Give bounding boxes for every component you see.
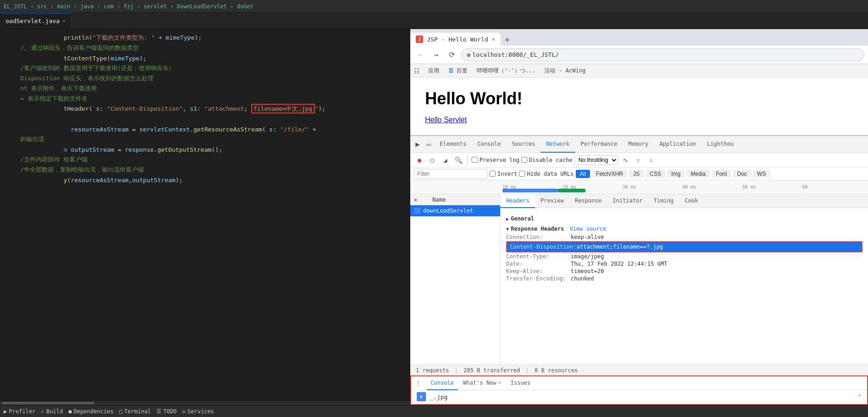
dependencies-label: Dependencies (74, 408, 114, 415)
response-headers-section-title[interactable]: ▼ Response Headers View source (506, 226, 862, 232)
tab-console[interactable]: Console (472, 136, 507, 153)
services-item[interactable]: ◇ Services (182, 408, 214, 415)
request-tabs-row: Headers Preview Response Initiator Timin… (501, 194, 868, 208)
favicon-icon: J (416, 36, 423, 43)
services-label: Services (188, 408, 214, 415)
request-name: downLoadServlet (423, 208, 473, 214)
drawer-console-label: Console (431, 380, 454, 386)
invert-label: Invert (497, 171, 517, 177)
filter-img-button[interactable]: Img (667, 170, 685, 178)
tab-preview[interactable]: Preview (535, 194, 570, 208)
tab-sources[interactable]: Sources (506, 136, 541, 153)
code-line: y(resourceAsStream,outputStream); (0, 175, 410, 185)
profiler-item[interactable]: ▶ Profiler (4, 408, 35, 415)
tab-performance[interactable]: Performance (575, 136, 623, 153)
filter-input[interactable] (414, 169, 488, 179)
tab-elements[interactable]: Elements (434, 136, 472, 153)
filter-js-button[interactable]: JS (629, 170, 644, 178)
disable-cache-checkbox[interactable] (521, 157, 527, 163)
hide-data-urls-checkbox-label[interactable]: Hide data URLs (519, 171, 573, 177)
tab-response[interactable]: Response (569, 194, 607, 208)
new-tab-button[interactable]: + (501, 33, 514, 46)
tab-application[interactable]: Application (654, 136, 701, 153)
address-input[interactable]: ● localhost:8080/_EL_JSTL/ (461, 48, 864, 61)
drawer-menu-icon[interactable]: ⋮ (415, 380, 421, 387)
bookmark-apps[interactable]: 应用 (425, 66, 442, 76)
invert-checkbox[interactable] (490, 171, 496, 177)
request-details-content: ▶ General ▼ Response Headers View source… (501, 208, 868, 364)
horizontal-scrollbar[interactable] (0, 401, 410, 405)
header-key: Content-Type: (506, 253, 571, 260)
page-link[interactable]: Hello Servlet (425, 116, 467, 124)
close-icon[interactable]: ✕ (62, 18, 65, 24)
devtools-tab-bar: ▶ ▭ Elements Console Sources Network (410, 136, 868, 153)
tab-timing[interactable]: Timing (648, 194, 679, 208)
drawer-tab-whatsnew[interactable]: What's New ✕ (460, 376, 505, 390)
filter-media-button[interactable]: Media (686, 170, 710, 178)
header-value: Thu, 17 Feb 2022 12:44:15 GMT (571, 261, 667, 267)
filter-ws-button[interactable]: WS (753, 170, 770, 178)
timeline-mark: 30 ms (622, 185, 636, 190)
tab-elements-label: Elements (440, 141, 466, 147)
record-button[interactable]: ● (414, 155, 425, 166)
code-line-highlight: tHeader( s: "Content-Disposition", s1: "… (0, 104, 410, 114)
disable-cache-checkbox-label[interactable]: Disable cache (521, 157, 573, 163)
filter-all-button[interactable]: All (576, 170, 590, 178)
build-label: Build (46, 408, 63, 415)
clear-button[interactable]: ◯ (427, 155, 438, 166)
preserve-log-label: Preserve log (479, 157, 520, 163)
network-list-item[interactable]: downLoadServlet (410, 205, 500, 216)
editor-tab[interactable]: oadServlet.java ✕ (0, 13, 71, 29)
browser-tab[interactable]: J JSP - Hello World ✕ (410, 33, 501, 46)
network-list-header: ✕ Name (410, 194, 500, 205)
editor-tab-label: oadServlet.java (6, 18, 59, 24)
device-toolbar-icon[interactable]: ▭ (423, 139, 434, 150)
tab-initiator[interactable]: Initiator (607, 194, 648, 208)
forward-button[interactable]: → (430, 48, 443, 61)
view-source-link[interactable]: View source (570, 226, 606, 232)
inspect-element-icon[interactable]: ▶ (412, 139, 423, 150)
preserve-log-checkbox[interactable] (472, 157, 478, 163)
tab-memory[interactable]: Memory (623, 136, 654, 153)
download-icon[interactable]: ⇩ (646, 155, 657, 166)
general-section-title[interactable]: ▶ General (506, 215, 862, 222)
tab-close-icon[interactable]: ✕ (492, 36, 495, 42)
hide-data-urls-checkbox[interactable] (519, 171, 525, 177)
bookmark-label: 应用 (428, 67, 439, 75)
upload-icon[interactable]: ⇧ (633, 155, 644, 166)
header-row-connection: Connection: keep-alive (506, 234, 862, 240)
dependencies-icon: ● (68, 408, 71, 415)
filter-fetch-xhr-button[interactable]: Fetch/XHR (592, 170, 627, 178)
filter-doc-button[interactable]: Doc (733, 170, 751, 178)
filter-font-button[interactable]: Font (712, 170, 731, 178)
back-button[interactable]: ← (414, 48, 427, 61)
dependencies-item[interactable]: ● Dependencies (68, 408, 113, 415)
tab-lighthouse[interactable]: Lighthou (702, 136, 739, 153)
todo-item[interactable]: ☰ TODO (156, 408, 177, 415)
drawer-tab-console[interactable]: Console (427, 376, 458, 390)
close-icon[interactable]: ✕ (498, 380, 502, 386)
bookmark-acwing[interactable]: 活动 - AcWing (542, 66, 588, 76)
refresh-button[interactable]: ⟳ (445, 48, 458, 61)
filter-icon[interactable]: ◢ (440, 155, 451, 166)
terminal-item[interactable]: □ Terminal (119, 408, 151, 415)
throttling-select[interactable]: No throttling (574, 155, 618, 165)
scrollbar-thumb[interactable] (2, 402, 94, 405)
search-icon[interactable]: 🔍 (453, 155, 464, 166)
drawer-tab-issues[interactable]: Issues (507, 376, 534, 390)
build-item[interactable]: ✓ Build (41, 408, 63, 415)
invert-checkbox-label[interactable]: Invert (490, 171, 517, 177)
tab-cookies[interactable]: Cook (679, 194, 703, 208)
bookmark-bilibili[interactable]: 哔哩哔哩（'-'）つ... (474, 66, 538, 76)
devtools-footer: 1 requests | 205 B transferred | 0 B res… (410, 364, 868, 375)
filter-css-button[interactable]: CSS (646, 170, 666, 178)
tab-headers[interactable]: Headers (501, 194, 535, 208)
header-value: chunked (571, 275, 594, 282)
timeline-bar-blue (502, 189, 558, 192)
wifi-icon[interactable]: ∿ (620, 155, 631, 166)
preserve-log-checkbox-label[interactable]: Preserve log (472, 157, 520, 163)
header-row-keep-alive: Keep-Alive: timeout=20 (506, 268, 862, 274)
tab-network[interactable]: Network (541, 136, 575, 153)
bookmark-baidu[interactable]: 百 百度 (446, 66, 470, 76)
expand-icon[interactable]: ⌃ (858, 393, 862, 400)
